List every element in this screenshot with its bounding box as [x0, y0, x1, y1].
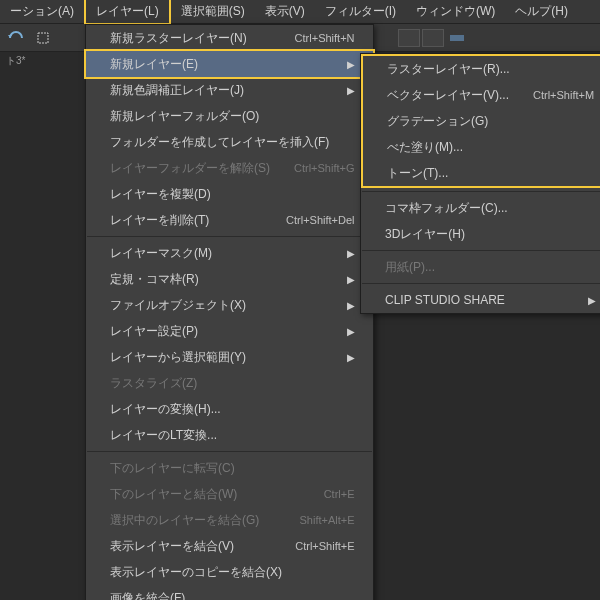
menu-item-label: レイヤーを削除(T) — [110, 211, 209, 229]
menu-item-label: CLIP STUDIO SHARE — [385, 291, 505, 309]
menu-separator — [87, 451, 372, 452]
chevron-right-icon: ▶ — [347, 298, 355, 313]
menu-item-label: ラスタライズ(Z) — [110, 374, 197, 392]
menu-item-label: ファイルオブジェクト(X) — [110, 296, 246, 314]
menu-shortcut: Ctrl+Shift+Del — [286, 212, 354, 229]
menu-item: レイヤーフォルダーを解除(S)Ctrl+Shift+G — [86, 155, 373, 181]
menu-item: ラスタライズ(Z) — [86, 370, 373, 396]
menubar-item-1[interactable]: レイヤー(L) — [84, 0, 171, 25]
chevron-right-icon: ▶ — [347, 324, 355, 339]
menu-item[interactable]: 3Dレイヤー(H) — [361, 221, 600, 247]
menu-item[interactable]: レイヤーの変換(H)... — [86, 396, 373, 422]
chevron-right-icon: ▶ — [588, 293, 596, 308]
menu-item-label: レイヤー設定(P) — [110, 322, 198, 340]
menu-item: 用紙(P)... — [361, 254, 600, 280]
menu-item-label: 新規レイヤーフォルダー(O) — [110, 107, 259, 125]
menu-item-label: レイヤーの変換(H)... — [110, 400, 221, 418]
menu-item[interactable]: べた塗り(M)... — [363, 134, 600, 160]
menu-item-label: 画像を統合(F) — [110, 589, 185, 600]
toolbar-right-group — [398, 27, 468, 49]
menu-item-label: レイヤーのLT変換... — [110, 426, 217, 444]
menu-item[interactable]: レイヤーマスク(M)▶ — [86, 240, 373, 266]
menu-item: 選択中のレイヤーを結合(G)Shift+Alt+E — [86, 507, 373, 533]
menu-item[interactable]: ファイルオブジェクト(X)▶ — [86, 292, 373, 318]
menu-item[interactable]: レイヤーから選択範囲(Y)▶ — [86, 344, 373, 370]
crop-icon[interactable] — [32, 27, 54, 49]
menu-item-label: フォルダーを作成してレイヤーを挿入(F) — [110, 133, 329, 151]
menu-item[interactable]: レイヤー設定(P)▶ — [86, 318, 373, 344]
menu-shortcut: Ctrl+E — [324, 486, 355, 503]
menubar-item-6[interactable]: ヘルプ(H) — [505, 0, 578, 23]
chevron-right-icon: ▶ — [347, 272, 355, 287]
menubar-item-0[interactable]: ーション(A) — [0, 0, 84, 23]
menu-separator — [362, 191, 600, 192]
menu-item[interactable]: 新規レイヤーフォルダー(O) — [86, 103, 373, 129]
tool-brush-icon[interactable] — [446, 27, 468, 49]
menu-shortcut: Ctrl+Shift+G — [294, 160, 355, 177]
menu-item: 下のレイヤーに転写(C) — [86, 455, 373, 481]
svg-rect-0 — [38, 33, 48, 43]
menu-item[interactable]: グラデーション(G) — [363, 108, 600, 134]
menu-item[interactable]: 表示レイヤーを結合(V)Ctrl+Shift+E — [86, 533, 373, 559]
menu-shortcut: Shift+Alt+E — [299, 512, 354, 529]
menu-item[interactable]: CLIP STUDIO SHARE▶ — [361, 287, 600, 313]
menu-item[interactable]: ベクターレイヤー(V)...Ctrl+Shift+M — [363, 82, 600, 108]
menubar-item-3[interactable]: 表示(V) — [255, 0, 315, 23]
tool-box-2[interactable] — [422, 29, 444, 47]
menu-item-label: べた塗り(M)... — [387, 138, 463, 156]
menu-item-label: レイヤーマスク(M) — [110, 244, 212, 262]
menu-item[interactable]: 新規色調補正レイヤー(J)▶ — [86, 77, 373, 103]
chevron-right-icon: ▶ — [347, 57, 355, 72]
menu-item[interactable]: フォルダーを作成してレイヤーを挿入(F) — [86, 129, 373, 155]
menu-item-label: レイヤーフォルダーを解除(S) — [110, 159, 270, 177]
menu-item[interactable]: レイヤーのLT変換... — [86, 422, 373, 448]
menu-item-label: 定規・コマ枠(R) — [110, 270, 199, 288]
menu-item-label: コマ枠フォルダー(C)... — [385, 199, 508, 217]
highlighted-submenu-group: ラスターレイヤー(R)...ベクターレイヤー(V)...Ctrl+Shift+M… — [361, 54, 600, 188]
menu-item-label: ベクターレイヤー(V)... — [387, 86, 509, 104]
menu-shortcut: Ctrl+Shift+N — [295, 30, 355, 47]
menu-item: 下のレイヤーと結合(W)Ctrl+E — [86, 481, 373, 507]
menu-item-label: ラスターレイヤー(R)... — [387, 60, 510, 78]
menu-item-label: 下のレイヤーに転写(C) — [110, 459, 235, 477]
menu-item-label: グラデーション(G) — [387, 112, 488, 130]
menu-item-label: トーン(T)... — [387, 164, 448, 182]
new-layer-submenu: ラスターレイヤー(R)...ベクターレイヤー(V)...Ctrl+Shift+M… — [360, 53, 600, 314]
menu-item-label: レイヤーを複製(D) — [110, 185, 211, 203]
chevron-right-icon: ▶ — [347, 350, 355, 365]
menu-item[interactable]: レイヤーを削除(T)Ctrl+Shift+Del — [86, 207, 373, 233]
menu-item-label: 新規色調補正レイヤー(J) — [110, 81, 244, 99]
tool-box-1[interactable] — [398, 29, 420, 47]
svg-rect-1 — [450, 35, 464, 41]
menu-item-label: 用紙(P)... — [385, 258, 435, 276]
menu-item-label: 下のレイヤーと結合(W) — [110, 485, 237, 503]
menu-item[interactable]: 定規・コマ枠(R)▶ — [86, 266, 373, 292]
menu-item-label: 新規ラスターレイヤー(N) — [110, 29, 247, 47]
menu-item[interactable]: コマ枠フォルダー(C)... — [361, 195, 600, 221]
menu-item-label: 3Dレイヤー(H) — [385, 225, 465, 243]
menu-shortcut: Ctrl+Shift+E — [295, 538, 354, 555]
menu-item-label: 選択中のレイヤーを結合(G) — [110, 511, 259, 529]
menu-item[interactable]: レイヤーを複製(D) — [86, 181, 373, 207]
layer-menu: 新規ラスターレイヤー(N)Ctrl+Shift+N新規レイヤー(E)▶新規色調補… — [85, 24, 374, 600]
menubar-item-5[interactable]: ウィンドウ(W) — [406, 0, 505, 23]
menu-shortcut: Ctrl+Shift+M — [533, 87, 594, 104]
menu-item[interactable]: 画像を統合(F) — [86, 585, 373, 600]
undo-icon[interactable] — [6, 27, 28, 49]
menu-item[interactable]: 新規ラスターレイヤー(N)Ctrl+Shift+N — [86, 25, 373, 51]
menu-item-label: 表示レイヤーを結合(V) — [110, 537, 234, 555]
menu-item[interactable]: 新規レイヤー(E)▶ — [86, 51, 373, 77]
menu-item-label: レイヤーから選択範囲(Y) — [110, 348, 246, 366]
menu-item[interactable]: 表示レイヤーのコピーを結合(X) — [86, 559, 373, 585]
menu-item[interactable]: ラスターレイヤー(R)... — [363, 56, 600, 82]
chevron-right-icon: ▶ — [347, 83, 355, 98]
menu-item-label: 表示レイヤーのコピーを結合(X) — [110, 563, 282, 581]
menubar-item-2[interactable]: 選択範囲(S) — [171, 0, 255, 23]
menubar: ーション(A)レイヤー(L)選択範囲(S)表示(V)フィルター(I)ウィンドウ(… — [0, 0, 600, 24]
chevron-right-icon: ▶ — [347, 246, 355, 261]
menu-separator — [87, 236, 372, 237]
menu-separator — [362, 283, 600, 284]
menu-separator — [362, 250, 600, 251]
menubar-item-4[interactable]: フィルター(I) — [315, 0, 406, 23]
menu-item[interactable]: トーン(T)... — [363, 160, 600, 186]
